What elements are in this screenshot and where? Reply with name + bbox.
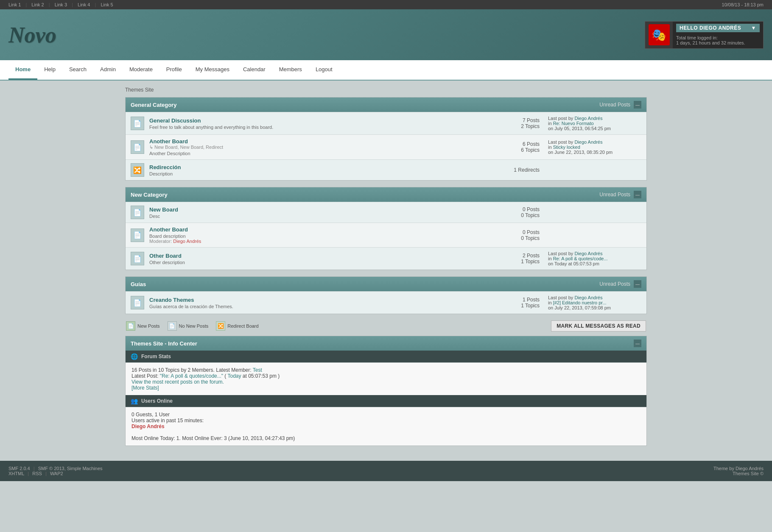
unread-posts-label: Unread Posts — [599, 192, 630, 198]
theme-by-link[interactable]: Theme by Diego Andrés — [713, 466, 764, 471]
latest-post-today[interactable]: Today — [227, 373, 241, 379]
more-stats-link[interactable]: [More Stats] — [131, 385, 159, 391]
topbar-link-3[interactable]: Link 3 — [55, 2, 67, 7]
board-lastpost: Last post by Diego Andrés in Re: A poll … — [548, 251, 641, 266]
board-name[interactable]: New Board — [149, 206, 178, 213]
site-logo[interactable]: Novo — [8, 22, 56, 47]
board-stats: 0 Posts 0 Topics — [501, 206, 540, 218]
user-info: HELLO DIEGO ANDRÉS ▼ Total time logged i… — [673, 22, 763, 48]
legend: 📄 New Posts 📄 No New Posts 🔀 Redirect Bo… — [125, 320, 647, 331]
board-stats: 1 Posts 1 Topics — [501, 297, 540, 309]
info-center-collapse-button[interactable]: — — [634, 340, 641, 347]
latest-post-link[interactable]: "Re: A poll & quotes/code..." — [160, 373, 223, 379]
board-desc: Description — [149, 171, 501, 176]
moderator-link[interactable]: Diego Andrés — [173, 239, 201, 244]
lastpost-thread[interactable]: Sticky locked — [553, 145, 580, 150]
forum-stats-body: 16 Posts in 10 Topics by 2 Members. Late… — [126, 362, 646, 395]
topbar-link-1[interactable]: Link 1 — [8, 2, 21, 7]
topbar-link-4[interactable]: Link 4 — [78, 2, 90, 7]
footer-right: Theme by Diego Andrés Themes Site © — [713, 466, 764, 476]
lastpost-thread[interactable]: Re: A poll & quotes/code... — [553, 256, 608, 261]
board-name[interactable]: Another Board — [149, 226, 188, 233]
board-icon: 📄 — [131, 228, 144, 242]
avatar: 🎭 — [649, 24, 670, 45]
category-general-title: General Category — [131, 102, 176, 108]
category-header-right: Unread Posts — — [599, 280, 641, 288]
nav-profile[interactable]: Profile — [159, 60, 189, 80]
board-name[interactable]: Creando Themes — [149, 297, 194, 303]
category-new-header: New Category Unread Posts — — [126, 187, 646, 202]
smf-copyright-link[interactable]: SMF © 2013, Simple Machines — [38, 466, 103, 471]
nav-help[interactable]: Help — [37, 60, 62, 80]
topbar-link-2[interactable]: Link 2 — [31, 2, 44, 7]
nav-logout[interactable]: Logout — [309, 60, 339, 80]
category-general: General Category Unread Posts — 📄 Genera… — [125, 97, 647, 181]
lastpost-thread[interactable]: Re: Nuevo Formato — [553, 121, 594, 126]
unread-posts-label: Unread Posts — [599, 102, 630, 108]
nav-search[interactable]: Search — [62, 60, 93, 80]
nav-calendar[interactable]: Calendar — [236, 60, 272, 80]
board-row: 📄 Creando Themes Guías acerca de la crea… — [126, 291, 646, 314]
rss-link[interactable]: RSS — [32, 471, 42, 476]
board-info: Other Board Other description — [149, 253, 501, 265]
lastpost-thread[interactable]: [#2] Editando nuestro pr... — [553, 300, 607, 305]
board-lastpost: Last post by Diego Andrés in [#2] Editan… — [548, 295, 641, 310]
latest-member-link[interactable]: Test — [253, 367, 262, 373]
forum-stats-icon: 🌐 — [131, 353, 138, 360]
board-name[interactable]: General Discussion — [149, 117, 201, 124]
nav-moderate[interactable]: Moderate — [123, 60, 159, 80]
board-lastpost: Last post by Diego Andrés in Sticky lock… — [548, 139, 641, 155]
redirect-icon: 🔀 — [216, 321, 225, 331]
board-name[interactable]: Another Board — [149, 138, 188, 145]
themes-site-link[interactable]: Themes Site © — [733, 471, 764, 476]
topbar-link-5[interactable]: Link 5 — [101, 2, 113, 7]
footer: SMF 2.0.4 | SMF © 2013, Simple Machines … — [0, 461, 772, 481]
user-time: Total time logged in: 1 days, 21 hours a… — [676, 34, 760, 46]
nav-admin[interactable]: Admin — [93, 60, 123, 80]
board-row: 📄 Other Board Other description 2 Posts … — [126, 247, 646, 270]
nav-my-messages[interactable]: My Messages — [189, 60, 236, 80]
board-desc: Another Description — [149, 151, 501, 156]
info-center-title: Themes Site - Info Center — [131, 340, 197, 347]
smf-version-link[interactable]: SMF 2.0.4 — [8, 466, 30, 471]
category-header-right: Unread Posts — — [599, 101, 641, 109]
legend-items: 📄 New Posts 📄 No New Posts 🔀 Redirect Bo… — [126, 321, 259, 331]
collapse-button[interactable]: — — [634, 101, 641, 109]
board-icon: 📄 — [131, 206, 144, 219]
collapse-button[interactable]: — — [634, 191, 641, 198]
board-name[interactable]: Redirección — [149, 164, 181, 170]
collapse-button[interactable]: — — [634, 280, 641, 288]
breadcrumb: Themes Site — [125, 87, 647, 93]
view-recent-link[interactable]: View the most recent posts on the forum. — [131, 379, 224, 385]
legend-redirect: 🔀 Redirect Board — [216, 321, 258, 331]
users-online-header: 👥 Users Online — [126, 395, 646, 407]
board-desc: Desc — [149, 214, 501, 219]
no-new-posts-icon: 📄 — [168, 321, 177, 331]
board-moderator: Moderator: Diego Andrés — [149, 239, 501, 244]
lastpost-author[interactable]: Diego Andrés — [574, 295, 602, 300]
board-row: 📄 General Discussion Feel free to talk a… — [126, 112, 646, 134]
lastpost-author[interactable]: Diego Andrés — [574, 116, 602, 121]
board-name[interactable]: Other Board — [149, 253, 182, 259]
category-guias-title: Guías — [131, 281, 146, 287]
xhtml-link[interactable]: XHTML — [8, 471, 24, 476]
category-new: New Category Unread Posts — 📄 New Board … — [125, 187, 647, 270]
nav-members[interactable]: Members — [272, 60, 309, 80]
board-sub: ↳ New Board, New Board, Redirect — [149, 145, 501, 150]
nav-home[interactable]: Home — [8, 60, 37, 80]
board-stats: 7 Posts 2 Topics — [501, 117, 540, 129]
board-info: New Board Desc — [149, 206, 501, 219]
board-icon: 🔀 — [131, 163, 144, 177]
online-user-link[interactable]: Diego Andrés — [131, 423, 165, 429]
wap2-link[interactable]: WAP2 — [50, 471, 63, 476]
topbar-links: Link 1 | Link 2 | Link 3 | Link 4 | Link… — [8, 2, 117, 7]
mark-all-button[interactable]: MARK ALL MESSAGES AS READ — [551, 320, 646, 331]
dropdown-arrow-icon[interactable]: ▼ — [751, 25, 756, 31]
board-desc: Guías acerca de la creación de Themes. — [149, 304, 501, 309]
board-row: 📄 Another Board ↳ New Board, New Board, … — [126, 134, 646, 159]
lastpost-author[interactable]: Diego Andrés — [574, 139, 602, 145]
user-panel: 🎭 HELLO DIEGO ANDRÉS ▼ Total time logged… — [645, 21, 764, 49]
legend-no-new-posts: 📄 No New Posts — [168, 321, 209, 331]
board-icon: 📄 — [131, 252, 144, 265]
lastpost-author[interactable]: Diego Andrés — [574, 251, 602, 256]
